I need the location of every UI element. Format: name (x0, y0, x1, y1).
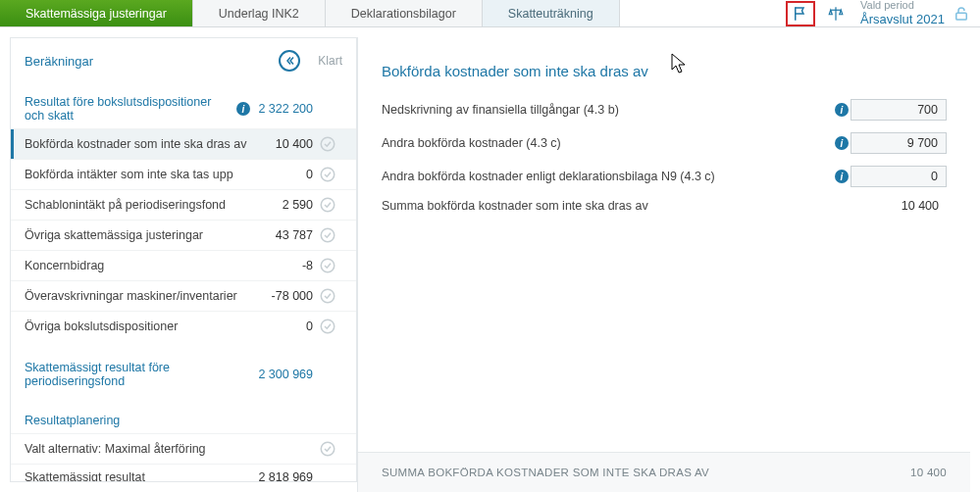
sidebar-row-tax-result[interactable]: Skattemässigt resultat 2 818 969 (11, 464, 356, 481)
period-value: Årsavslut 2021 (860, 12, 945, 27)
check-icon (319, 196, 346, 214)
row-label: Schablonintäkt på periodiseringsfond (25, 198, 250, 212)
row-value: 10 400 (851, 199, 947, 213)
sidebar-row-other-disp[interactable]: Övriga bokslutsdispositioner 0 (11, 311, 356, 341)
footer-label: SUMMA BOKFÖRDA KOSTNADER SOM INTE SKA DR… (382, 467, 709, 478)
row-label: Andra bokförda kostnader enligt deklarat… (382, 170, 829, 183)
check-icon (319, 226, 346, 244)
info-icon[interactable]: i (835, 170, 849, 183)
row-label: Överavskrivningar maskiner/inventarier (25, 289, 250, 303)
row-value: -78 000 (250, 289, 319, 303)
svg-point-8 (321, 442, 335, 456)
unlock-icon[interactable] (953, 5, 970, 23)
svg-point-7 (321, 320, 335, 333)
row-label: Koncernbidrag (25, 259, 250, 272)
main-row-other-booked: Andra bokförda kostnader (4.3 c) i (382, 126, 947, 160)
sidebar-row-booked-costs[interactable]: Bokförda kostnader som inte ska dras av … (11, 128, 356, 159)
row-value: 2 322 200 (250, 102, 319, 116)
sidebar-title: Beräkningar (25, 54, 93, 69)
row-value: 0 (250, 168, 319, 181)
row-label: Nedskrivning av finansiella tillgångar (… (382, 103, 829, 117)
sidebar-row-tax-result-before-pf[interactable]: Skattemässigt resultat före periodiserin… (11, 355, 356, 394)
klart-header: Klart (318, 54, 342, 68)
sidebar-row-valt-alt[interactable]: Valt alternativ: Maximal återföring (11, 433, 356, 464)
row-label: Skattemässigt resultat (25, 470, 250, 481)
row-value: 0 (250, 320, 319, 333)
check-icon (319, 440, 346, 458)
section-title: Resultatplanering (25, 414, 250, 427)
row-label: Bokförda intäkter som inte ska tas upp (25, 168, 250, 181)
row-label: Skattemässigt resultat före periodiserin… (25, 361, 250, 388)
row-label: Resultat före bokslutsdispositioner och … (25, 95, 232, 123)
check-icon (319, 135, 346, 153)
main-row-nedskrivning: Nedskrivning av finansiella tillgångar (… (382, 93, 947, 126)
check-icon (319, 318, 346, 335)
period-label: Vald period (860, 0, 945, 12)
svg-rect-0 (956, 13, 967, 20)
balance-icon[interactable] (827, 5, 845, 23)
svg-point-2 (321, 168, 335, 181)
main-row-n9: Andra bokförda kostnader enligt deklarat… (382, 160, 947, 193)
info-icon[interactable]: i (236, 102, 250, 116)
tab-underlag-ink2[interactable]: Underlag INK2 (193, 0, 326, 26)
row-label: Valt alternativ: Maximal återföring (25, 442, 250, 456)
value-input[interactable] (851, 99, 947, 121)
svg-point-4 (321, 228, 335, 242)
collapse-button[interactable] (279, 50, 300, 72)
row-value: 2 818 969 (250, 470, 319, 481)
row-label: Andra bokförda kostnader (4.3 c) (382, 136, 829, 150)
sidebar-row-booked-income[interactable]: Bokförda intäkter som inte ska tas upp 0 (11, 159, 356, 189)
tab-tax-calc[interactable]: Skatteuträkning (483, 0, 620, 26)
svg-point-5 (321, 259, 335, 272)
sidebar-row-koncern[interactable]: Koncernbidrag -8 (11, 250, 356, 280)
flag-icon[interactable] (786, 1, 815, 26)
row-label: Bokförda kostnader som inte ska dras av (25, 137, 250, 151)
info-icon[interactable]: i (835, 103, 849, 117)
sidebar: Beräkningar Klart Resultat före boksluts… (10, 37, 357, 482)
row-label: Övriga bokslutsdispositioner (25, 320, 250, 333)
value-input[interactable] (851, 132, 947, 154)
value-input[interactable] (851, 166, 947, 187)
check-icon (319, 287, 346, 305)
sidebar-section-resultplan: Resultatplanering (11, 408, 356, 433)
row-value: 2 590 (250, 198, 319, 212)
main-panel: Bokförda kostnader som inte ska dras av … (357, 37, 970, 492)
row-label: Summa bokförda kostnader som inte ska dr… (382, 199, 829, 213)
check-icon (319, 257, 346, 274)
check-icon (319, 166, 346, 183)
tab-tax-adjustments[interactable]: Skattemässiga justeringar (0, 0, 193, 26)
sidebar-row-other-tax-adj[interactable]: Övriga skattemässiga justeringar 43 787 (11, 220, 356, 250)
row-value: 2 300 969 (250, 368, 319, 381)
sidebar-row-schablon[interactable]: Schablonintäkt på periodiseringsfond 2 5… (11, 189, 356, 220)
row-value: 43 787 (250, 228, 319, 242)
sidebar-row-overavskriv[interactable]: Överavskrivningar maskiner/inventarier -… (11, 280, 356, 311)
svg-point-6 (321, 289, 335, 303)
main-title: Bokförda kostnader som inte ska dras av (358, 37, 970, 93)
period-selector[interactable]: Vald period Årsavslut 2021 (854, 0, 980, 26)
info-icon[interactable]: i (835, 136, 849, 150)
svg-point-1 (321, 137, 335, 151)
main-row-sum: Summa bokförda kostnader som inte ska dr… (382, 193, 947, 219)
footer-value: 10 400 (910, 467, 947, 478)
row-value: 10 400 (250, 137, 319, 151)
row-label: Övriga skattemässiga justeringar (25, 228, 250, 242)
row-value: -8 (250, 259, 319, 272)
sidebar-row-result-before[interactable]: Resultat före bokslutsdispositioner och … (11, 89, 356, 128)
tab-declaration[interactable]: Deklarationsbilagor (326, 0, 483, 26)
svg-point-3 (321, 198, 335, 212)
footer-summary: SUMMA BOKFÖRDA KOSTNADER SOM INTE SKA DR… (358, 452, 970, 492)
